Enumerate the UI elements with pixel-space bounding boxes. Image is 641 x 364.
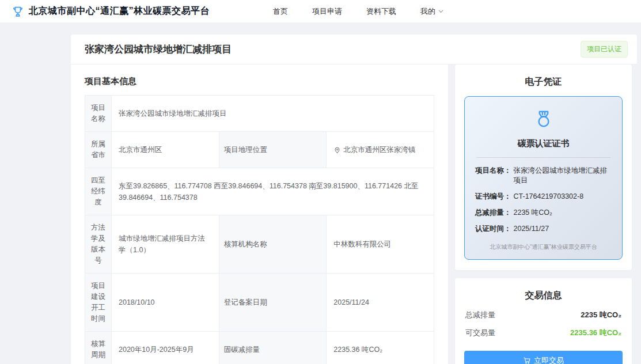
project-info-table: 项目名称 张家湾公园城市绿地增汇减排项目 所属省市 北京市通州区 项目地理位置 xyxy=(85,95,434,364)
location-text: 北京市通州区张家湾镇 xyxy=(343,144,415,156)
field-label: 核算机构名称 xyxy=(219,215,327,274)
field-value: 张家湾公园城市绿地增汇减排项目 xyxy=(112,96,434,132)
table-row: 所属省市 北京市通州区 项目地理位置 xyxy=(85,132,434,168)
trophy-icon xyxy=(12,5,24,18)
trade-total-value: 2235 吨CO₂ xyxy=(581,310,621,320)
table-row: 项目建设开工时间 2018/10/10 登记备案日期 2025/11/24 xyxy=(85,274,434,332)
medal-icon xyxy=(533,109,554,130)
field-label: 项目建设开工时间 xyxy=(85,274,112,332)
table-row: 四至经纬度 东至39.826865、116.774708 西至39.846694… xyxy=(85,168,434,215)
nav-item-mine-label: 我的 xyxy=(420,6,435,17)
chevron-down-icon xyxy=(438,8,444,14)
certificate-field: 证书编号： CT-1764219703302-8 xyxy=(475,192,612,202)
nav-item-home[interactable]: 首页 xyxy=(273,6,288,17)
location-pin-icon xyxy=(333,146,341,154)
certificate-field-value: CT-1764219703302-8 xyxy=(514,192,584,202)
certificate-field-label: 证书编号： xyxy=(475,192,511,202)
trade-available-value: 2235.36 吨CO₂ xyxy=(570,328,621,338)
certificate-field: 项目名称： 张家湾公园城市绿地增汇减排项目 xyxy=(475,166,612,185)
content-layout: 张家湾公园城市绿地增汇减排项目 项目已认证 项目基本信息 项目名称 张家湾公园城… xyxy=(71,35,637,364)
certificate-field: 认证时间： 2025/11/27 xyxy=(475,224,612,234)
status-badge: 项目已认证 xyxy=(581,41,628,58)
field-value: 2018/10/10 xyxy=(112,274,219,332)
field-value: 2235.36 吨CO₂ xyxy=(327,332,434,364)
trade-info-card: 交易信息 总减排量 2235 吨CO₂ 可交易量 2235.36 吨CO₂ xyxy=(455,278,632,364)
field-value: 北京市通州区 xyxy=(112,132,219,168)
field-value: 2025/11/24 xyxy=(327,274,434,332)
certificate-field-value: 2025/11/27 xyxy=(514,224,549,234)
certificate-field-value: 2235 吨CO₂ xyxy=(514,208,552,218)
field-label: 项目地理位置 xyxy=(219,132,327,168)
certificate-field-label: 项目名称： xyxy=(475,166,511,185)
field-label: 固碳减排量 xyxy=(219,332,327,364)
project-title-bar: 张家湾公园城市绿地增汇减排项目 项目已认证 xyxy=(71,35,637,65)
trade-now-button[interactable]: 立即交易 xyxy=(464,351,623,364)
table-row: 核算周期 2020年10月-2025年9月 固碳减排量 2235.36 吨CO₂ xyxy=(85,332,434,364)
certificate-card: 电子凭证 碳票认证证书 项 xyxy=(455,65,632,270)
field-label: 核算周期 xyxy=(85,332,112,364)
cart-icon xyxy=(523,357,531,364)
table-row: 项目名称 张家湾公园城市绿地增汇减排项目 xyxy=(85,96,434,132)
trade-available-row: 可交易量 2235.36 吨CO₂ xyxy=(465,328,621,338)
field-label: 四至经纬度 xyxy=(85,168,112,215)
page: 北京城市副中心“通汇赢”林业碳票交易平台 首页 项目申请 资料下载 我的 张家湾… xyxy=(0,0,641,364)
certificate-voucher: 碳票认证证书 项目名称： 张家湾公园城市绿地增汇减排项目 证书编号： CT-17… xyxy=(464,96,623,260)
trade-total-label: 总减排量 xyxy=(465,310,495,320)
certificate-footer: 北京城市副中心“通汇赢”林业碳票交易平台 xyxy=(474,243,613,251)
certificate-field: 总减排量： 2235 吨CO₂ xyxy=(475,208,612,218)
certificate-field-label: 认证时间： xyxy=(475,224,511,234)
certificate-field-label: 总减排量： xyxy=(475,208,511,218)
field-value: 2020年10月-2025年9月 xyxy=(112,332,219,364)
divider xyxy=(476,157,610,158)
top-navbar: 北京城市副中心“通汇赢”林业碳票交易平台 首页 项目申请 资料下载 我的 xyxy=(0,0,641,23)
main-nav: 首页 项目申请 资料下载 我的 xyxy=(273,6,444,17)
brand-title: 北京城市副中心“通汇赢”林业碳票交易平台 xyxy=(29,5,210,17)
nav-item-apply[interactable]: 项目申请 xyxy=(312,6,342,17)
trade-card-title: 交易信息 xyxy=(464,290,623,302)
sidebar: 电子凭证 碳票认证证书 项 xyxy=(455,65,632,364)
field-value: 北京市通州区张家湾镇 xyxy=(327,132,434,168)
field-value: 中林数科有限公司 xyxy=(327,215,434,274)
nav-item-mine[interactable]: 我的 xyxy=(420,6,444,17)
field-label: 项目名称 xyxy=(85,96,112,132)
field-label: 方法学及版本号 xyxy=(85,215,112,274)
brand: 北京城市副中心“通汇赢”林业碳票交易平台 xyxy=(12,5,210,18)
field-value: 东至39.826865、116.774708 西至39.846694、116.7… xyxy=(112,168,434,215)
field-label: 所属省市 xyxy=(85,132,112,168)
table-row: 方法学及版本号 城市绿地增汇减排项目方法学（1.0） 核算机构名称 中林数科有限… xyxy=(85,215,434,274)
field-label: 登记备案日期 xyxy=(219,274,327,332)
trade-total-row: 总减排量 2235 吨CO₂ xyxy=(465,310,621,320)
project-info-card: 项目基本信息 项目名称 张家湾公园城市绿地增汇减排项目 所属省市 北京市通州区 … xyxy=(71,65,448,364)
certificate-card-title: 电子凭证 xyxy=(464,76,623,88)
certificate-title: 碳票认证证书 xyxy=(474,138,613,149)
field-value: 城市绿地增汇减排项目方法学（1.0） xyxy=(112,215,219,274)
nav-item-download[interactable]: 资料下载 xyxy=(366,6,396,17)
trade-now-button-label: 立即交易 xyxy=(534,355,564,364)
info-section-title: 项目基本信息 xyxy=(85,76,434,87)
trade-available-label: 可交易量 xyxy=(465,328,495,338)
page-title: 张家湾公园城市绿地增汇减排项目 xyxy=(85,43,232,56)
certificate-field-value: 张家湾公园城市绿地增汇减排项目 xyxy=(514,166,612,185)
